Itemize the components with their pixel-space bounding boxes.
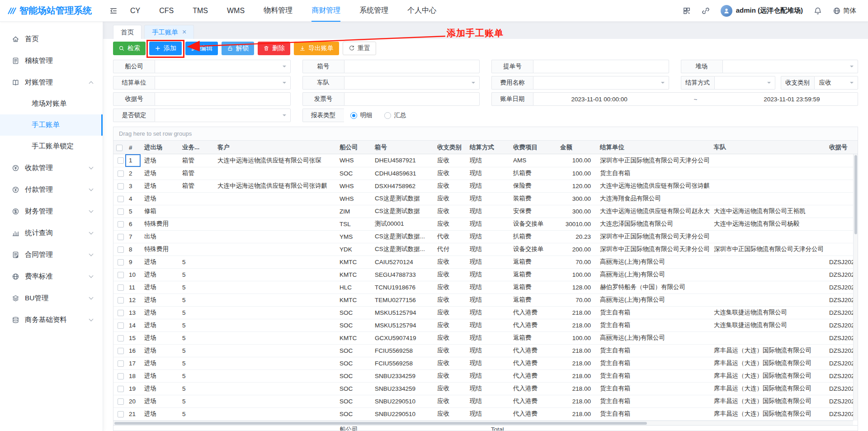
table-row[interactable]: 21进场5SOCSNBU2290510应收现结代入港费218.00货主自有箱席丰… [113,407,858,420]
user-menu[interactable]: admin (远洋仓配堆场) [721,5,803,17]
column-header-shipco[interactable]: 船公司 [336,141,371,154]
fee-name-select[interactable] [533,76,669,90]
sidebar-item-home[interactable]: 首页 [0,28,103,50]
table-row[interactable]: 18进场5SOCSNBU2334259应收现结代入港费218.00货主自有箱席丰… [113,369,858,382]
income-type-select[interactable]: 应收 [814,76,858,90]
fleet-select[interactable] [344,76,480,90]
language-switcher[interactable]: 简体 [833,6,856,15]
settlement-unit-select[interactable] [155,76,291,90]
row-checkbox[interactable] [113,180,125,192]
sidebar-item-bu-mgmt[interactable]: BU管理 [0,287,103,309]
nav-item-material[interactable]: 物料管理 [264,0,292,21]
link-icon[interactable] [702,7,710,15]
settlement-method-select[interactable] [714,76,775,90]
row-checkbox[interactable] [113,167,125,180]
column-header-amount[interactable]: 金额 [557,141,596,154]
nav-item-personal[interactable]: 个人中心 [407,0,436,21]
tab-home[interactable]: 首页 [113,25,142,39]
column-header-business[interactable]: 业务... [179,141,214,154]
column-header-container[interactable]: 箱号 [371,141,434,154]
table-row[interactable]: 17进场5SOCFCIU5569258应收现结代入港费218.00货主自有箱席丰… [113,357,858,369]
column-header-method[interactable]: 结算方式 [466,141,509,154]
sidebar-subitem-manual-bill-lock[interactable]: 手工账单锁定 [0,136,103,157]
delete-button[interactable]: 删除 [258,42,290,55]
row-checkbox[interactable] [113,382,125,395]
table-row[interactable]: 13进场5SOCMSKU5125794应收现结代入港费218.00货主自有箱大连… [113,306,858,319]
yard-select[interactable] [722,60,859,73]
row-checkbox[interactable] [113,268,125,281]
radio-detail[interactable]: 明细 [350,111,373,119]
sidebar-item-receipt-mgmt[interactable]: 收款管理 [0,157,103,179]
vertical-scrollbar[interactable] [853,154,858,421]
row-checkbox[interactable] [113,281,125,294]
row-checkbox[interactable] [113,192,125,205]
table-row[interactable]: 8特殊费用YDKCS这是测试数据...代付现结设备交接单200.00深圳市中正国… [113,243,858,256]
horizontal-scrollbar-thumb[interactable] [114,422,647,425]
nav-item-cfs[interactable]: CFS [159,0,174,21]
radio-summary[interactable]: 汇总 [384,111,406,119]
sidebar-subitem-manual-bill[interactable]: 手工账单 [0,114,103,136]
sidebar-item-finance-mgmt[interactable]: 财务管理 [0,200,103,222]
row-checkbox[interactable] [113,256,125,268]
menu-fold-icon[interactable] [109,7,118,15]
receipt-no-input[interactable] [155,92,291,106]
row-checkbox[interactable] [113,218,125,230]
close-icon[interactable]: × [182,28,186,36]
table-row[interactable]: 9进场5KMTCCAIU5270124应收现结返箱费70.00高丽海运(上海)有… [113,256,858,268]
sidebar-item-payment-mgmt[interactable]: 付款管理 [0,179,103,200]
table-row[interactable]: 2进场箱管SOCCDHU4859631应收现结扒箱费100.00货主自有箱 [113,167,858,180]
table-row[interactable]: 1进场箱管大连中远海运物流供应链有限公司张琛WHSDHEU4587921应收现结… [113,154,858,167]
sidebar-item-audit[interactable]: 稽核管理 [0,50,103,71]
row-checkbox[interactable] [113,294,125,306]
horizontal-scrollbar[interactable] [113,421,853,425]
sidebar-item-reconcile[interactable]: 对账管理 [0,71,103,93]
nav-item-tms[interactable]: TMS [193,0,208,21]
row-checkbox[interactable] [113,319,125,332]
column-header-fleet[interactable]: 车队 [710,141,826,154]
row-checkbox[interactable] [113,306,125,319]
export-button[interactable]: 导出账单 [294,42,339,55]
row-checkbox[interactable] [113,344,125,357]
invoice-no-input[interactable] [344,92,480,106]
table-row[interactable]: 7出场YMSCS这是测试数据...代收现结扒箱费20.23深圳市中正国际物流有限… [113,230,858,243]
nav-item-cy[interactable]: CY [130,0,140,21]
container-no-input[interactable] [344,60,480,73]
unlock-button[interactable]: 解锁 [222,42,254,55]
row-checkbox[interactable] [113,332,125,344]
ship-company-select[interactable] [155,60,291,73]
bl-no-input[interactable] [533,60,669,73]
add-button[interactable]: 添加 [149,42,182,55]
column-header-fee[interactable]: 收费项目 [509,141,557,154]
bill-date-range[interactable]: 2023-11-01 00:00:00 ~ 2023-11-01 23:59:5… [533,92,858,106]
row-checkbox[interactable] [113,357,125,369]
column-header-customer[interactable]: 客户 [214,141,336,154]
column-header-unit[interactable]: 结算单位 [596,141,710,154]
column-header-category[interactable]: 收支类别 [434,141,466,154]
table-row[interactable]: 19进场5SOCSNBU2334259应收现结代入港费218.00货主自有箱席丰… [113,382,858,395]
tab-manual-bill[interactable]: 手工账单× [144,25,194,39]
column-header-inout[interactable]: 进出场 [141,141,179,154]
table-row[interactable]: 14进场5SOCMSKU5125794应收现结代入港费218.00货主自有箱大连… [113,319,858,332]
row-checkbox[interactable] [113,154,125,167]
row-checkbox[interactable] [113,230,125,243]
table-row[interactable]: 5修箱ZIMCS这是测试数据应收现结安保费300.00大连中远海运物流供应链有限… [113,205,858,218]
table-row[interactable]: 3进场箱管大连中远海运物流供应链有限公司张诗麒WHSDSXH4758962应收现… [113,180,858,192]
table-row[interactable]: 16进场5SOCFCIU5569258应收现结代入港费218.00货主自有箱席丰… [113,344,858,357]
column-header-receipt[interactable]: 收据号 [826,141,858,154]
table-row[interactable]: 4进场WHSCS这是测试数据应收现结装箱费300.00大连海翔食品有限公司 [113,192,858,205]
reset-button[interactable]: 重置 [343,42,376,55]
sidebar-item-contract-mgmt[interactable]: 合同管理 [0,244,103,265]
table-row[interactable]: 11进场5HLCTCNU1918676应收现结返箱费128.00赫伯罗特船务（中… [113,281,858,294]
table-row[interactable]: 12进场5KMTCTEMU0277156应收现结返箱费70.00高丽海运(上海)… [113,294,858,306]
select-all-checkbox[interactable] [113,141,125,154]
search-button[interactable]: 检索 [113,42,146,55]
row-checkbox[interactable] [113,407,125,420]
sidebar-item-rate-standard[interactable]: 费率标准 [0,265,103,287]
sidebar-subitem-yard-statement[interactable]: 堆场对账单 [0,93,103,114]
vertical-scrollbar-thumb[interactable] [854,155,857,234]
table-row[interactable]: 15进场5KMTCGCXU5907419应收现结返箱费100.00高丽海运(上海… [113,332,858,344]
qr-code-icon[interactable] [683,7,691,15]
column-header-index[interactable]: # [125,141,141,154]
table-row[interactable]: 20进场5SOCSNBU2290510应收现结代入港费218.00货主自有箱席丰… [113,395,858,407]
row-group-panel[interactable]: Drag here to set row groups [113,127,858,141]
